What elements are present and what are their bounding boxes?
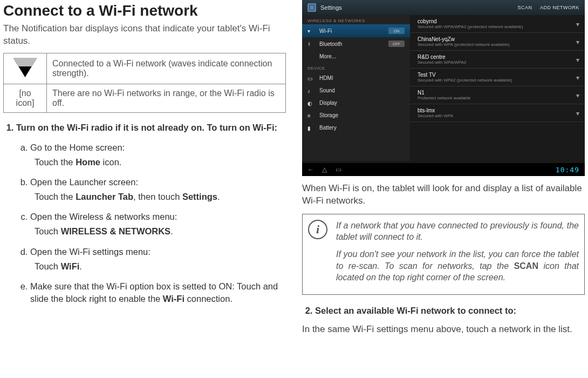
right-para-1: When Wi-Fi is on, the tablet will look f… bbox=[302, 183, 585, 207]
wifi-icon: ▾ bbox=[307, 28, 315, 33]
wireless-header: WIRELESS & NETWORKS bbox=[302, 15, 410, 24]
wifi-strength-icon: ▾ bbox=[576, 74, 579, 82]
step-list: Turn on the Wi-Fi radio if it is not alr… bbox=[3, 122, 286, 305]
substep-c-detail: Touch WIRELESS & NETWORKS. bbox=[30, 225, 286, 238]
sidebar-item-display[interactable]: ◐Display bbox=[302, 97, 410, 109]
bluetooth-toggle[interactable]: OFF bbox=[388, 40, 405, 47]
network-list: cobyrndSecured with WPA/WPA2 (protected … bbox=[410, 15, 585, 161]
step-list-2: Select an available Wi-Fi network to con… bbox=[302, 305, 585, 317]
wifi-toggle[interactable]: ON bbox=[388, 28, 405, 34]
settings-sidebar: WIRELESS & NETWORKS ▾ Wi-Fi ON ᚼ Bluetoo… bbox=[302, 15, 410, 161]
device-header: DEVICE bbox=[302, 63, 410, 72]
info-text-1: If a network that you have connected to … bbox=[336, 220, 579, 243]
wifi-signal-icon bbox=[13, 58, 37, 77]
sidebar-item-bluetooth[interactable]: ᚼ Bluetooth OFF bbox=[302, 37, 410, 50]
step-1-title: Turn on the Wi-Fi radio if it is not alr… bbox=[16, 123, 277, 132]
substep-a: Go to the Home screen: Touch the Home ic… bbox=[30, 141, 286, 168]
substep-b-title: Open the Launcher screen: bbox=[30, 176, 286, 188]
sidebar-item-hdmi[interactable]: ▭HDMI bbox=[302, 72, 410, 84]
settings-screenshot: Settings SCAN ADD NETWORK WIRELESS & NET… bbox=[302, 0, 585, 176]
battery-icon: ▮ bbox=[307, 125, 315, 131]
wifi-connected-icon-cell bbox=[4, 53, 47, 84]
sound-icon: ♪ bbox=[307, 88, 315, 93]
sidebar-item-battery[interactable]: ▮Battery bbox=[302, 122, 410, 134]
substep-d-detail: Touch WiFi. bbox=[30, 260, 286, 273]
network-row[interactable]: N1Protected network available▾ bbox=[410, 86, 585, 104]
wifi-strength-icon: ▾ bbox=[576, 92, 579, 99]
network-row[interactable]: Test TVSecured with WPA2 (protected netw… bbox=[410, 69, 585, 86]
sidebar-item-sound[interactable]: ♪Sound bbox=[302, 84, 410, 97]
step-1: Turn on the Wi-Fi radio if it is not alr… bbox=[16, 122, 286, 305]
network-row[interactable]: bts-lmxSecured with WPA▾ bbox=[410, 104, 585, 122]
substep-b: Open the Launcher screen: Touch the Laun… bbox=[30, 176, 286, 203]
substep-d: Open the Wi-Fi settings menu: Touch WiFi… bbox=[30, 246, 286, 273]
substep-c-title: Open the Wireless & networks menu: bbox=[30, 211, 286, 223]
wifi-connected-desc: Connected to a Wi-Fi network (waves indi… bbox=[47, 53, 286, 84]
wifi-strength-icon: ▾ bbox=[576, 21, 579, 28]
hdmi-icon: ▭ bbox=[307, 76, 315, 81]
sidebar-item-wifi[interactable]: ▾ Wi-Fi ON bbox=[302, 24, 410, 37]
section-heading: Connect to a Wi-Fi network bbox=[3, 2, 286, 19]
system-navbar: ← △ ▭ 10:49 bbox=[302, 163, 585, 176]
scan-button[interactable]: SCAN bbox=[517, 5, 532, 10]
no-icon-label: [no icon] bbox=[4, 84, 47, 112]
wifi-strength-icon: ▾ bbox=[576, 56, 579, 64]
substep-a-title: Go to the Home screen: bbox=[30, 141, 286, 154]
intro-text: The Notification bar displays icons that… bbox=[3, 23, 286, 48]
right-para-2: In the same Wi-Fi settings menu above, t… bbox=[302, 323, 585, 336]
info-icon: i bbox=[308, 220, 327, 239]
wifi-strength-icon: ▾ bbox=[576, 38, 579, 46]
info-text-2: If you don't see your network in the lis… bbox=[336, 248, 579, 284]
wifi-strength-icon: ▾ bbox=[576, 110, 579, 117]
storage-icon: ≡ bbox=[307, 113, 315, 118]
nav-buttons[interactable]: ← △ ▭ bbox=[307, 166, 345, 173]
network-row[interactable]: ChinaNet-yqZwSecured with WPA (protected… bbox=[410, 33, 585, 51]
substep-d-title: Open the Wi-Fi settings menu: bbox=[30, 246, 286, 258]
network-row[interactable]: R&D centreSecured with WPA/WPA2▾ bbox=[410, 51, 585, 69]
bluetooth-icon: ᚼ bbox=[307, 41, 315, 46]
wifi-icon-table: Connected to a Wi-Fi network (waves indi… bbox=[3, 53, 286, 113]
sidebar-item-storage[interactable]: ≡Storage bbox=[302, 109, 410, 122]
settings-topbar: Settings SCAN ADD NETWORK bbox=[302, 0, 585, 15]
add-network-button[interactable]: ADD NETWORK bbox=[540, 5, 579, 10]
no-icon-desc: There are no Wi-Fi networks in range, or… bbox=[47, 84, 286, 112]
clock: 10:49 bbox=[556, 166, 579, 174]
display-icon: ◐ bbox=[307, 100, 315, 106]
step-2: Select an available Wi-Fi network to con… bbox=[315, 305, 585, 317]
substep-c: Open the Wireless & networks menu: Touch… bbox=[30, 211, 286, 238]
step-1-substeps: Go to the Home screen: Touch the Home ic… bbox=[16, 141, 286, 305]
substep-a-detail: Touch the Home icon. bbox=[30, 156, 286, 168]
step-2-title: Select an available Wi-Fi network to con… bbox=[315, 306, 516, 315]
substep-b-detail: Touch the Launcher Tab, then touch Setti… bbox=[30, 191, 286, 203]
sidebar-item-more[interactable]: More... bbox=[302, 50, 410, 63]
info-box: i If a network that you have connected t… bbox=[302, 214, 585, 295]
settings-title: Settings bbox=[320, 4, 342, 11]
settings-app-icon bbox=[307, 3, 316, 12]
substep-e: Make sure that the Wi-Fi option box is s… bbox=[30, 280, 286, 305]
network-row[interactable]: cobyrndSecured with WPA/WPA2 (protected … bbox=[410, 15, 585, 33]
